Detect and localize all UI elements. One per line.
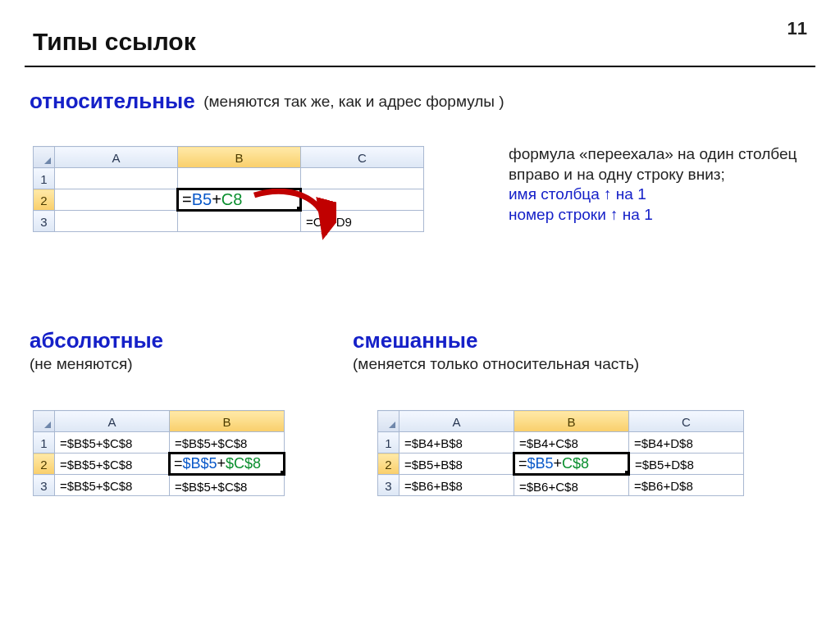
cell-b2-active: =$B5+C$8: [514, 454, 629, 475]
row-header: 3: [34, 211, 55, 232]
cell: [55, 168, 178, 189]
cell: =$B4+C$8: [514, 432, 629, 454]
corner-cell: [378, 411, 399, 432]
row-header: 3: [378, 475, 399, 496]
cell: [178, 211, 301, 232]
formula-ref: $B5: [527, 455, 554, 472]
table-relative: A B C 1 2 =B5+C8 3 =C6+D9: [33, 146, 424, 232]
cell: [178, 168, 301, 189]
cell: =$B5+D$8: [629, 454, 744, 475]
cell: [55, 189, 178, 211]
col-header: B: [514, 411, 629, 432]
formula-plus: +: [217, 455, 226, 472]
table-mixed: A B C 1 =$B4+B$8 =$B4+C$8 =$B4+D$8 2 =$B…: [377, 410, 744, 496]
row-header: 3: [34, 475, 55, 496]
col-header: B: [170, 411, 285, 432]
cell: =$B$5+$C$8: [55, 475, 170, 496]
relative-note: формула «переехала» на один столбец впра…: [509, 144, 812, 226]
section-mixed: смешанные (меняется только относительная…: [353, 328, 812, 373]
formula-ref: $C$8: [226, 455, 261, 472]
row-header: 1: [378, 432, 399, 454]
note-line3: номер строки ↑ на 1: [509, 205, 812, 226]
relative-heading: относительные: [30, 89, 195, 113]
row-header: 2: [34, 454, 55, 475]
col-header: A: [399, 411, 514, 432]
cell-b2-active: =$B$5+$C$8: [170, 454, 285, 475]
page-title: Типы ссылок: [33, 28, 196, 56]
cell: =$B$5+$C$8: [55, 432, 170, 454]
formula-plus: +: [212, 190, 221, 208]
corner-cell: [34, 411, 55, 432]
cell: =$B6+C$8: [514, 475, 629, 496]
title-rule: [25, 66, 815, 67]
cell: =$B6+D$8: [629, 475, 744, 496]
cell-c3: =C6+D9: [301, 211, 424, 232]
mixed-heading: смешанные: [353, 328, 812, 353]
corner-cell: [34, 147, 55, 168]
absolute-heading: абсолютные: [30, 328, 163, 353]
formula-plus: +: [554, 455, 563, 472]
col-header: A: [55, 147, 178, 168]
cell: =$B$5+$C$8: [170, 475, 285, 496]
cell: =$B6+B$8: [399, 475, 514, 496]
cell: =$B5+B$8: [399, 454, 514, 475]
formula-ref: C8: [221, 190, 243, 208]
cell: [55, 211, 178, 232]
row-header: 2: [34, 189, 55, 211]
formula-ref: $B$5: [183, 455, 217, 472]
cell-b2-active: =B5+C8: [178, 189, 301, 211]
note-line1: формула «переехала» на один столбец впра…: [509, 144, 812, 185]
formula-ref: C$8: [562, 455, 589, 472]
note-line2: имя столбца ↑ на 1: [509, 185, 812, 205]
col-header: C: [629, 411, 744, 432]
formula-prefix: =: [174, 455, 183, 472]
row-header: 1: [34, 168, 55, 189]
formula-ref: B5: [192, 190, 212, 208]
row-header: 1: [34, 432, 55, 454]
mixed-sub: (меняется только относительная часть): [353, 355, 812, 373]
absolute-sub: (не меняются): [30, 355, 163, 373]
cell: =$B$5+$C$8: [55, 454, 170, 475]
cell: [301, 189, 424, 211]
row-header: 2: [378, 454, 399, 475]
section-relative: относительные (меняются так же, как и ад…: [30, 89, 504, 114]
table-absolute: A B 1 =$B$5+$C$8 =$B$5+$C$8 2 =$B$5+$C$8…: [33, 410, 285, 496]
cell: =$B4+B$8: [399, 432, 514, 454]
page-number: 11: [788, 18, 807, 39]
cell: [301, 168, 424, 189]
section-absolute: абсолютные (не меняются): [30, 328, 163, 373]
col-header: A: [55, 411, 170, 432]
formula-prefix: =: [518, 455, 527, 472]
col-header: C: [301, 147, 424, 168]
cell: =$B4+D$8: [629, 432, 744, 454]
col-header: B: [178, 147, 301, 168]
relative-sub: (меняются так же, как и адрес формулы ): [203, 93, 504, 110]
formula-prefix: =: [182, 190, 192, 208]
cell: =$B$5+$C$8: [170, 432, 285, 454]
